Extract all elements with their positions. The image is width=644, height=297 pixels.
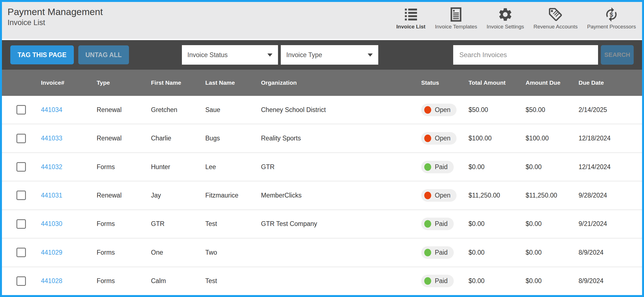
status-dot-icon bbox=[424, 277, 431, 285]
tag-this-page-button[interactable]: TAG THIS PAGE bbox=[10, 45, 74, 64]
column-header-organization: Organization bbox=[261, 79, 421, 86]
type-cell: Forms bbox=[97, 249, 151, 256]
status-badge: Open bbox=[421, 104, 457, 116]
nav-item-invoice-settings[interactable]: Invoice Settings bbox=[487, 6, 524, 30]
amount-due-cell: $0.00 bbox=[526, 277, 579, 285]
search-invoices-input[interactable] bbox=[453, 45, 598, 65]
row-checkbox[interactable] bbox=[16, 105, 26, 115]
due-date-cell: 8/9/2024 bbox=[579, 249, 642, 256]
total-amount-cell: $11,250.00 bbox=[469, 192, 526, 199]
status-badge: Open bbox=[421, 132, 457, 145]
row-checkbox[interactable] bbox=[16, 134, 26, 143]
nav-label: Invoice List bbox=[396, 24, 426, 30]
invoice-number-link[interactable]: 441028 bbox=[41, 277, 62, 284]
invoice-number-link[interactable]: 441031 bbox=[41, 192, 62, 199]
total-amount-cell: $0.00 bbox=[469, 249, 526, 256]
table-body: 441034 Renewal Gretchen Saue Cheney Scho… bbox=[2, 96, 642, 295]
row-checkbox[interactable] bbox=[16, 248, 26, 257]
first-name-cell: Jay bbox=[151, 192, 205, 199]
row-checkbox[interactable] bbox=[16, 191, 26, 200]
chevron-down-icon bbox=[267, 53, 272, 57]
type-cell: Renewal bbox=[97, 106, 151, 114]
status-dot-icon bbox=[424, 163, 431, 171]
total-amount-cell: $50.00 bbox=[469, 106, 526, 114]
due-date-cell: 12/14/2024 bbox=[579, 163, 642, 171]
status-dot-icon bbox=[424, 135, 431, 142]
status-badge: Paid bbox=[421, 218, 454, 230]
toolbar: TAG THIS PAGE UNTAG ALL Invoice Status I… bbox=[2, 40, 642, 70]
status-dot-icon bbox=[424, 249, 431, 256]
total-amount-cell: $0.00 bbox=[469, 277, 526, 285]
invoice-number-link[interactable]: 441029 bbox=[41, 249, 62, 256]
status-dot-icon bbox=[424, 220, 431, 228]
status-label: Open bbox=[435, 192, 450, 199]
column-header-total-amount: Total Amount bbox=[469, 79, 526, 86]
nav-item-revenue-accounts[interactable]: Revenue Accounts bbox=[533, 6, 577, 30]
type-cell: Forms bbox=[97, 220, 151, 228]
column-header-amount-due: Amount Due bbox=[526, 79, 579, 86]
header-titles: Payment Management Invoice List bbox=[8, 5, 103, 39]
status-dot-icon bbox=[424, 192, 431, 199]
table-row: 441031 Renewal Jay Fitzmaurice MemberCli… bbox=[2, 181, 642, 210]
status-label: Paid bbox=[435, 249, 448, 256]
status-badge: Paid bbox=[421, 161, 454, 173]
invoice-number-link[interactable]: 441033 bbox=[41, 135, 62, 142]
invoice-number-link[interactable]: 441032 bbox=[41, 163, 62, 171]
nav-item-payment-processors[interactable]: $ Payment Processors bbox=[587, 6, 636, 30]
sync-dollar-icon: $ bbox=[604, 6, 619, 23]
type-cell: Renewal bbox=[97, 135, 151, 142]
invoice-status-dropdown[interactable]: Invoice Status bbox=[182, 45, 278, 65]
page-header: Payment Management Invoice List Invoice … bbox=[2, 2, 642, 39]
type-cell: Renewal bbox=[97, 192, 151, 199]
invoice-type-dropdown-value: Invoice Type bbox=[286, 51, 322, 59]
organization-cell: Cheney School District bbox=[261, 106, 421, 114]
invoice-type-dropdown[interactable]: Invoice Type bbox=[281, 45, 378, 65]
last-name-cell: Test bbox=[205, 277, 261, 285]
type-cell: Forms bbox=[97, 163, 151, 171]
column-header-status: Status bbox=[421, 79, 469, 86]
status-dot-icon bbox=[424, 106, 431, 114]
row-checkbox[interactable] bbox=[16, 162, 26, 172]
invoice-number-link[interactable]: 441030 bbox=[41, 220, 62, 227]
nav-item-invoice-list[interactable]: Invoice List bbox=[396, 6, 426, 30]
last-name-cell: Fitzmaurice bbox=[205, 192, 261, 199]
status-label: Paid bbox=[435, 163, 448, 171]
due-date-cell: 2/14/2025 bbox=[579, 106, 642, 114]
payment-management-page: Payment Management Invoice List Invoice … bbox=[0, 0, 644, 297]
organization-cell: GTR bbox=[261, 163, 421, 171]
organization-cell: MemberClicks bbox=[261, 192, 421, 199]
first-name-cell: Hunter bbox=[151, 163, 205, 171]
svg-text:$: $ bbox=[610, 11, 613, 18]
row-checkbox[interactable] bbox=[16, 276, 26, 286]
nav-label: Payment Processors bbox=[587, 24, 636, 30]
page-subtitle: Invoice List bbox=[8, 18, 103, 28]
column-header-due-date: Due Date bbox=[579, 79, 642, 86]
nav-label: Revenue Accounts bbox=[533, 24, 577, 30]
organization-cell: Reality Sports bbox=[261, 135, 421, 142]
column-header-invoice: Invoice# bbox=[41, 79, 97, 86]
status-label: Paid bbox=[435, 220, 448, 228]
column-header-last-name: Last Name bbox=[205, 79, 261, 86]
page-title: Payment Management bbox=[8, 6, 103, 18]
last-name-cell: Saue bbox=[205, 106, 261, 114]
amount-due-cell: $0.00 bbox=[526, 249, 579, 256]
amount-due-cell: $100.00 bbox=[526, 135, 579, 142]
tag-icon bbox=[548, 6, 563, 23]
first-name-cell: Calm bbox=[151, 277, 205, 285]
nav-label: Invoice Settings bbox=[487, 24, 524, 30]
organization-cell: GTR Test Company bbox=[261, 220, 421, 228]
table-row: 441030 Forms GTR Test GTR Test Company P… bbox=[2, 210, 642, 238]
module-nav: Invoice List Invoice Temp bbox=[396, 5, 636, 39]
row-checkbox[interactable] bbox=[16, 219, 26, 229]
last-name-cell: Test bbox=[205, 220, 261, 228]
invoice-number-link[interactable]: 441034 bbox=[41, 106, 62, 113]
nav-item-invoice-templates[interactable]: Invoice Templates bbox=[435, 6, 477, 30]
first-name-cell: GTR bbox=[151, 220, 205, 228]
search-button[interactable]: SEARCH bbox=[601, 45, 634, 65]
gear-icon bbox=[497, 6, 513, 23]
total-amount-cell: $0.00 bbox=[469, 163, 526, 171]
column-header-first-name: First Name bbox=[151, 79, 205, 86]
type-cell: Forms bbox=[97, 277, 151, 285]
table-row: 441033 Renewal Charlie Bugs Reality Spor… bbox=[2, 124, 642, 153]
untag-all-button[interactable]: UNTAG ALL bbox=[78, 45, 129, 64]
